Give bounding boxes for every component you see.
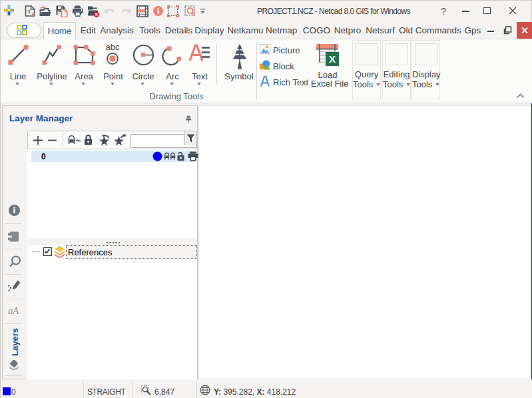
svg-text:X: X xyxy=(329,53,336,65)
